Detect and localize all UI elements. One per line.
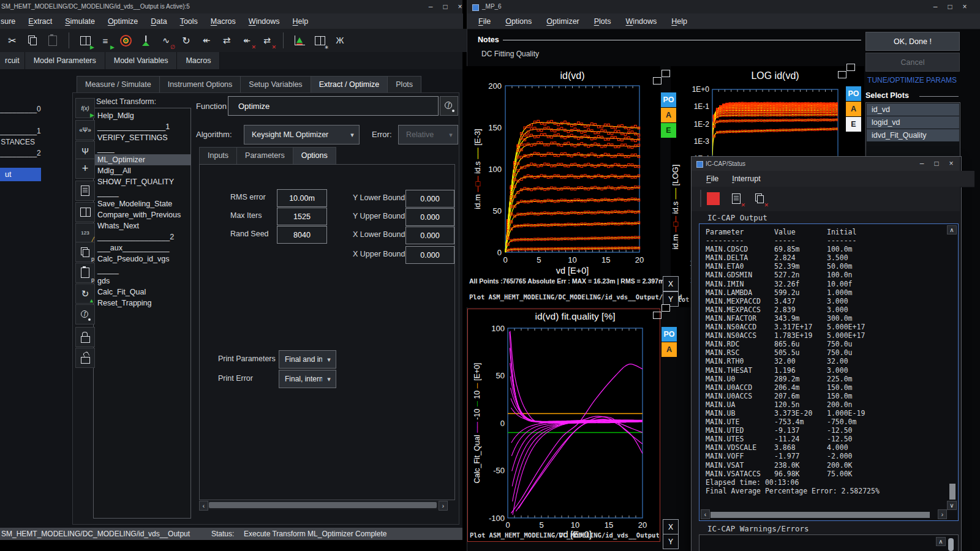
sidebar-copy-transform-icon[interactable]: p — [75, 242, 95, 262]
menu-file[interactable]: File — [706, 174, 718, 183]
autoscale-chart-icon[interactable] — [292, 32, 307, 48]
warnings-vscroll-thumb[interactable] — [948, 538, 954, 551]
transform-item-verify-settings[interactable]: VERIFY_SETTINGS — [94, 132, 190, 143]
model-window-titlebar[interactable]: SM_HEMT_MODELING/DC_MODELING/id_vds__Out… — [0, 0, 462, 13]
menu-optimize[interactable]: Optimize — [108, 17, 138, 26]
field-input-x-upper-bound[interactable]: 0.000 — [405, 246, 454, 264]
transform-item-item[interactable]: _____ — [94, 187, 190, 198]
transform-item-save-modeling-state[interactable]: Save_Modeling_State — [94, 198, 190, 209]
field-input-y-lower-bound[interactable]: 0.000 — [405, 190, 454, 208]
tab-parameters[interactable]: Parameters — [237, 147, 293, 165]
mp6-close-icon[interactable]: × — [957, 0, 972, 13]
transform-item-calc-fit-qual[interactable]: Calc_Fit_Qual — [94, 287, 190, 298]
idvd-a-button[interactable]: A — [661, 108, 676, 122]
tree-item[interactable]: STANCES — [0, 138, 35, 146]
idvd-po-button[interactable]: PO — [661, 92, 676, 107]
menu-windows[interactable]: Windows — [249, 17, 280, 26]
tab-instrument-options[interactable]: Instrument Options — [160, 76, 241, 94]
transform-item-item[interactable]: ____ — [94, 143, 190, 154]
fitquality-x-button[interactable]: X — [663, 519, 679, 534]
copy-transform-icon[interactable]: p — [77, 244, 93, 260]
tree-item[interactable]: _________1 — [0, 127, 35, 135]
transform-item-calc-pseudo-id-vgs[interactable]: Calc_Pseudo_id_vgs — [94, 253, 190, 264]
lock-icon[interactable] — [77, 329, 93, 345]
tree-item[interactable]: _________0 — [0, 105, 35, 113]
tab-model-parameters[interactable]: Model Parameters — [25, 52, 105, 69]
field-input-rms-error[interactable]: 10.00m — [277, 189, 327, 207]
menu-plots[interactable]: Plots — [594, 17, 611, 26]
tab-rcuit[interactable]: rcuit — [0, 52, 25, 69]
transform-item-show-fit-quality[interactable]: SHOW_FIT_QUALITY — [94, 176, 190, 187]
menu-data[interactable]: Data — [151, 17, 167, 26]
clear-both-icon[interactable]: ⇄✕ — [259, 32, 275, 48]
idvd-plot[interactable]: 05010015020005101520id(vd)vd [E+0]id.m ─… — [467, 66, 660, 307]
plot-erase-icon[interactable]: ∿∅ — [158, 32, 174, 48]
scroll-left-icon[interactable]: ‹ — [701, 509, 710, 519]
menu-file[interactable]: File — [478, 17, 491, 26]
menu-simulate[interactable]: Simulate — [65, 17, 95, 26]
tuner-icon[interactable]: «Ψ» — [77, 122, 93, 138]
sidebar-paste-transform-icon[interactable]: p — [75, 263, 95, 283]
recall-both-icon[interactable]: ⇄ — [219, 32, 235, 48]
menu-sure[interactable]: sure — [1, 17, 15, 26]
cut-icon[interactable]: ✂ — [4, 32, 20, 48]
algorithm-dropdown[interactable]: Keysight ML Optimizer ▾ — [244, 125, 360, 144]
plot-list-item-idvd-fit-quality[interactable]: idvd_Fit_Quality — [867, 129, 959, 141]
sidebar-unlock-icon[interactable] — [75, 348, 95, 368]
tab-measure-simulate[interactable]: Measure / Simulate — [77, 76, 160, 94]
edit-values-icon[interactable]: 123╱ — [77, 225, 93, 241]
iccap-maximize-icon[interactable]: □ — [929, 157, 944, 170]
function-input[interactable]: Optimize — [228, 96, 439, 116]
scrollbar-thumb[interactable] — [209, 502, 437, 508]
autoscale-icon[interactable]: ↻▲ — [77, 286, 93, 302]
menu-help[interactable]: Help — [293, 17, 309, 26]
transform-item-compare-with-previous[interactable]: Compare_with_Previous — [94, 209, 190, 220]
sidebar-autoscale-icon[interactable]: ↻▲ — [75, 283, 95, 304]
setup-list-icon[interactable]: ≡▶ — [97, 32, 113, 48]
rerun-icon[interactable]: ↻ — [178, 32, 194, 48]
sidebar-gui-items-icon[interactable] — [75, 202, 95, 222]
scroll-down-icon[interactable]: ∨ — [947, 501, 957, 510]
tune-optimize-link[interactable]: TUNE/OPTIMIZE PARAMS — [865, 76, 959, 84]
function-browse-button[interactable] — [440, 96, 458, 116]
model-close-icon[interactable]: × — [453, 0, 467, 13]
tab-extract-optimize[interactable]: Extract / Optimize — [311, 76, 388, 94]
new-transform-icon[interactable]: + — [77, 161, 93, 177]
plot-options-icon[interactable]: ∗ — [312, 32, 328, 48]
scroll-left-icon[interactable]: ‹ — [199, 501, 208, 511]
transform-item-whats-next[interactable]: Whats_Next — [94, 220, 190, 231]
iccap-output-box[interactable]: ParameterValueInitial-------------------… — [699, 223, 959, 521]
ok-done-button[interactable]: OK, Done ! — [865, 32, 960, 51]
model-maximize-icon[interactable]: □ — [438, 0, 453, 13]
simulate-icon[interactable]: ▶ — [77, 32, 93, 48]
view-function-icon[interactable] — [77, 307, 93, 323]
mp6-minimize-icon[interactable]: – — [928, 0, 943, 13]
plot-list-item-id-vd[interactable]: id_vd — [867, 103, 959, 116]
transform-item-help-mdlg[interactable]: Help_Mdlg — [94, 110, 190, 121]
idvd-x-button[interactable]: X — [663, 276, 679, 291]
output-vscroll-thumb[interactable] — [949, 484, 956, 500]
transform-list[interactable]: Help_Mdlg________________1VERIFY_SETTING… — [93, 108, 191, 519]
menu-interrupt[interactable]: Interrupt — [732, 174, 761, 183]
menu-macros[interactable]: Macros — [211, 17, 236, 26]
menu-windows[interactable]: Windows — [626, 17, 657, 26]
sidebar-lock-icon[interactable] — [75, 327, 95, 347]
logidvd-e-button[interactable]: E — [846, 117, 861, 132]
transform-item-mdlg-all[interactable]: Mdlg__All — [94, 165, 190, 176]
scroll-right-icon[interactable]: › — [938, 509, 947, 519]
tab-inputs[interactable]: Inputs — [199, 147, 237, 165]
tree-item-selected[interactable]: ut — [0, 168, 41, 181]
mp6-maximize-icon[interactable]: □ — [943, 0, 957, 13]
output-hscroll-thumb[interactable] — [710, 512, 930, 518]
unlock-icon[interactable] — [77, 350, 93, 366]
iccap-warnings-box[interactable]: ∧ — [699, 534, 959, 551]
paste-icon[interactable] — [45, 32, 61, 48]
iccap-titlebar[interactable]: IC-CAP/Status –□× — [692, 157, 960, 171]
recall-left-icon[interactable]: ↞ — [198, 32, 214, 48]
tab-setup-variables[interactable]: Setup Variables — [241, 76, 311, 94]
transform-item-item[interactable]: _____ — [94, 264, 190, 276]
menu-help[interactable]: Help — [671, 17, 687, 26]
plot-list-item-logid-vd[interactable]: logid_vd — [867, 116, 959, 129]
menu-options[interactable]: Options — [505, 17, 532, 26]
tuner2-icon[interactable]: Ψ — [77, 143, 93, 159]
